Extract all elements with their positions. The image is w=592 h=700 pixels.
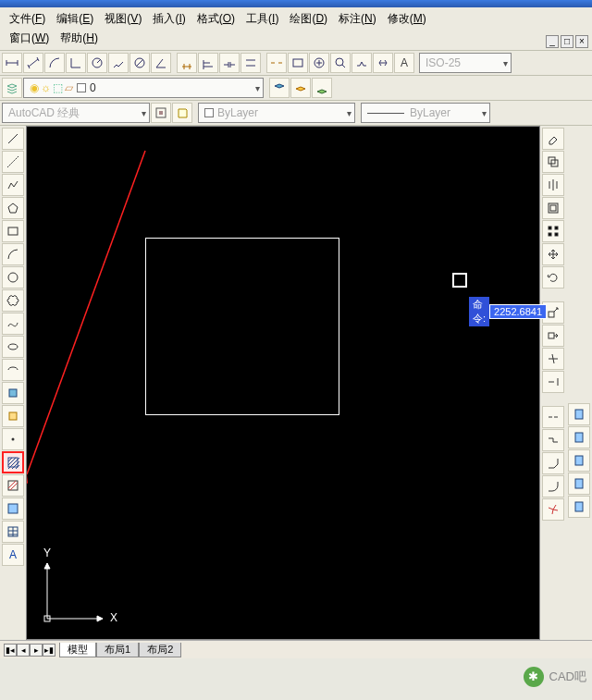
drawing-canvas[interactable]: 命令: 2252.6841 X Y — [26, 126, 540, 640]
erase-icon[interactable] — [542, 128, 564, 150]
menu-window[interactable]: 窗口(W) — [4, 29, 55, 48]
color-dropdown[interactable]: ByLayer — [198, 103, 355, 123]
region-icon[interactable] — [2, 497, 24, 520]
dim-aligned-icon[interactable] — [23, 53, 43, 73]
svg-rect-25 — [555, 233, 558, 236]
menu-modify[interactable]: 修改(M) — [382, 9, 432, 29]
wechat-icon: ✱ — [524, 667, 544, 687]
restore-button[interactable]: □ — [561, 35, 574, 48]
menu-annot[interactable]: 标注(N) — [333, 9, 382, 29]
tab-next-button[interactable]: ▸ — [30, 644, 43, 657]
mtext-icon[interactable]: A — [2, 544, 24, 566]
ellipse-arc-icon[interactable] — [2, 359, 24, 381]
tab-layout2[interactable]: 布局2 — [139, 643, 181, 657]
polyline-icon[interactable] — [2, 174, 24, 196]
break-icon[interactable] — [542, 406, 564, 428]
array-icon[interactable] — [542, 220, 564, 242]
dim-space-icon[interactable] — [240, 53, 261, 73]
dim-jogline-icon[interactable] — [352, 53, 372, 73]
minimize-button[interactable]: _ — [546, 35, 559, 48]
circle-icon[interactable] — [2, 266, 24, 289]
tab-nav: ▮◂ ◂ ▸ ▸▮ — [4, 644, 56, 657]
dim-ordinate-icon[interactable] — [66, 53, 86, 73]
dim-quick-icon[interactable] — [177, 53, 197, 73]
menu-help[interactable]: 帮助(H) — [55, 29, 104, 48]
layer-prev-icon[interactable] — [312, 78, 332, 98]
menu-format[interactable]: 格式(O) — [191, 9, 240, 29]
layer-states-icon[interactable] — [269, 78, 290, 98]
palette2-icon[interactable] — [568, 426, 590, 448]
ellipse-icon[interactable] — [2, 336, 24, 358]
dim-style-dropdown[interactable]: ISO-25 — [419, 53, 512, 73]
revcloud-icon[interactable] — [2, 289, 24, 312]
dim-break-icon[interactable] — [266, 53, 287, 73]
mirror-icon[interactable] — [542, 174, 564, 196]
dim-inspect-icon[interactable] — [330, 53, 351, 73]
tolerance-icon[interactable] — [288, 53, 308, 73]
layout-tabs-row: ▮◂ ◂ ▸ ▸▮ 模型 布局1 布局2 — [0, 640, 592, 658]
workspace-dropdown[interactable]: AutoCAD 经典 — [2, 103, 150, 123]
linetype-dropdown[interactable]: ByLayer — [361, 103, 490, 123]
polygon-icon[interactable] — [2, 197, 24, 219]
tab-model[interactable]: 模型 — [59, 643, 96, 657]
menu-view[interactable]: 视图(V) — [99, 9, 147, 29]
tab-prev-button[interactable]: ◂ — [17, 644, 30, 657]
spline-icon[interactable] — [2, 313, 24, 335]
menu-edit[interactable]: 编辑(E) — [51, 9, 99, 29]
layer-dropdown[interactable]: ◉ ☼ ⬚ ▱ 0 — [23, 78, 264, 98]
hatch-icon[interactable] — [2, 451, 24, 473]
rectangle-icon[interactable] — [2, 220, 24, 242]
palette4-icon[interactable] — [568, 473, 590, 495]
layer-iso-icon[interactable] — [290, 78, 311, 98]
dim-baseline-icon[interactable] — [198, 53, 218, 73]
menu-tools[interactable]: 工具(I) — [240, 9, 284, 29]
fillet-icon[interactable] — [542, 475, 564, 497]
svg-rect-29 — [575, 433, 583, 442]
layers-toolbar: ◉ ☼ ⬚ ▱ 0 — [0, 76, 592, 101]
dim-radius-icon[interactable] — [87, 53, 107, 73]
menu-file[interactable]: 文件(F) — [4, 9, 51, 29]
dim-diameter-icon[interactable] — [130, 53, 150, 73]
tab-last-button[interactable]: ▸▮ — [43, 644, 56, 657]
insert-block-icon[interactable] — [2, 382, 24, 404]
tab-layout1[interactable]: 布局1 — [96, 643, 139, 657]
gradient-icon[interactable] — [2, 474, 24, 497]
palette5-icon[interactable] — [568, 496, 590, 518]
menu-insert[interactable]: 插入(I) — [147, 9, 191, 29]
dim-angular-icon[interactable] — [151, 53, 171, 73]
workspace-save-icon[interactable] — [172, 103, 192, 123]
layer-manager-icon[interactable] — [2, 78, 22, 98]
palette3-icon[interactable] — [568, 449, 590, 472]
stretch-icon[interactable] — [542, 325, 564, 347]
table-icon[interactable] — [2, 521, 24, 543]
trim-icon[interactable] — [542, 348, 564, 370]
xline-icon[interactable] — [2, 151, 24, 173]
dim-arc-icon[interactable] — [44, 53, 65, 73]
workspace-settings-icon[interactable] — [151, 103, 171, 123]
dim-linear-icon[interactable] — [2, 53, 22, 73]
chamfer-icon[interactable] — [542, 452, 564, 474]
dim-jogged-icon[interactable] — [108, 53, 129, 73]
rotate-icon[interactable] — [542, 266, 564, 289]
tab-first-button[interactable]: ▮◂ — [4, 644, 17, 657]
arc-icon[interactable] — [2, 243, 24, 265]
line-icon[interactable] — [2, 128, 24, 150]
palette1-icon[interactable] — [568, 403, 590, 425]
extend-icon[interactable] — [542, 371, 564, 393]
dim-textedit-icon[interactable]: A — [394, 53, 414, 73]
svg-rect-22 — [549, 227, 551, 229]
point-icon[interactable] — [2, 428, 24, 450]
copy-icon[interactable] — [542, 151, 564, 173]
offset-icon[interactable] — [542, 197, 564, 219]
move-icon[interactable] — [542, 243, 564, 265]
menu-draw[interactable]: 绘图(D) — [284, 9, 333, 29]
make-block-icon[interactable] — [2, 405, 24, 427]
center-mark-icon[interactable] — [309, 53, 329, 73]
svg-point-7 — [8, 273, 18, 282]
dim-continue-icon[interactable] — [219, 53, 240, 73]
join-icon[interactable] — [542, 429, 564, 451]
explode-icon[interactable] — [542, 498, 564, 521]
dim-edit-icon[interactable] — [373, 53, 393, 73]
close-button[interactable]: × — [575, 35, 588, 48]
svg-rect-21 — [550, 205, 556, 211]
